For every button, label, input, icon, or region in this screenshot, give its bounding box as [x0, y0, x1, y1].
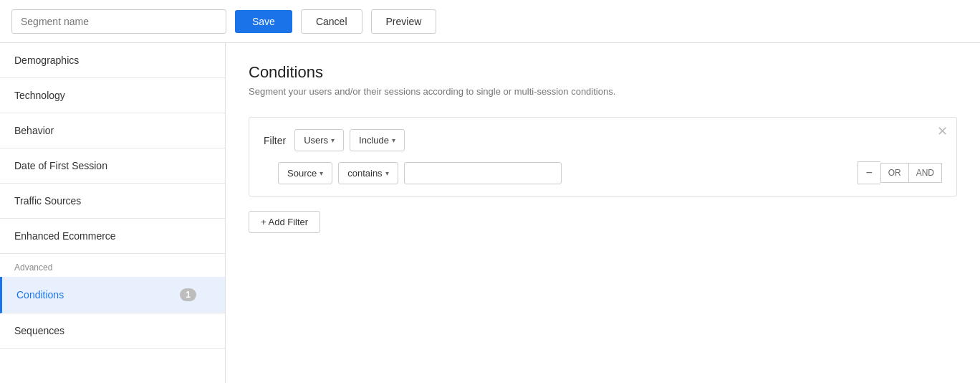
- filter-label: Filter: [264, 135, 286, 146]
- filter-action-buttons: − OR AND: [858, 161, 942, 184]
- contains-chevron-icon: ▾: [385, 169, 389, 177]
- close-filter-button[interactable]: ✕: [937, 125, 948, 138]
- remove-condition-button[interactable]: −: [858, 161, 880, 184]
- users-dropdown[interactable]: Users ▾: [294, 129, 344, 151]
- sidebar-item-sequences[interactable]: Sequences: [0, 313, 225, 349]
- add-filter-button[interactable]: + Add Filter: [249, 211, 320, 233]
- users-chevron-icon: ▾: [331, 136, 335, 144]
- filter-value-input[interactable]: email: [404, 162, 562, 184]
- source-chevron-icon: ▾: [320, 169, 323, 177]
- sidebar-item-traffic-sources[interactable]: Traffic Sources: [0, 184, 225, 219]
- main-content: Conditions Segment your users and/or the…: [226, 43, 980, 383]
- filter-box: ✕ Filter Users ▾ Include ▾ Source ▾: [249, 117, 957, 197]
- advanced-section-label: Advanced: [0, 254, 225, 277]
- filter-condition-row: Source ▾ contains ▾ email − OR AND: [264, 161, 942, 184]
- sidebar-item-date-of-first-session[interactable]: Date of First Session: [0, 148, 225, 184]
- include-chevron-icon: ▾: [392, 136, 395, 144]
- filter-header-row: Filter Users ▾ Include ▾: [264, 129, 942, 151]
- or-button[interactable]: OR: [880, 163, 908, 183]
- include-dropdown[interactable]: Include ▾: [350, 129, 405, 151]
- cancel-button[interactable]: Cancel: [301, 9, 362, 34]
- contains-dropdown-label: contains: [347, 168, 382, 179]
- source-dropdown[interactable]: Source ▾: [278, 162, 332, 184]
- users-dropdown-label: Users: [304, 135, 328, 146]
- top-bar: Users_Email Save Cancel Preview: [0, 0, 980, 43]
- conditions-badge: 1: [180, 288, 196, 301]
- sidebar-item-technology[interactable]: Technology: [0, 78, 225, 113]
- and-button[interactable]: AND: [908, 163, 942, 183]
- save-button[interactable]: Save: [235, 10, 292, 33]
- sidebar-item-enhanced-ecommerce[interactable]: Enhanced Ecommerce: [0, 219, 225, 254]
- sidebar: Demographics Technology Behavior Date of…: [0, 43, 226, 383]
- main-layout: Demographics Technology Behavior Date of…: [0, 43, 980, 383]
- page-title: Conditions: [249, 63, 957, 82]
- sidebar-item-behavior[interactable]: Behavior: [0, 113, 225, 148]
- page-subtitle: Segment your users and/or their sessions…: [249, 86, 957, 97]
- preview-button[interactable]: Preview: [371, 9, 437, 34]
- sidebar-item-demographics[interactable]: Demographics: [0, 43, 225, 78]
- sidebar-item-conditions[interactable]: Conditions 1: [0, 277, 225, 313]
- contains-dropdown[interactable]: contains ▾: [338, 162, 398, 184]
- source-dropdown-label: Source: [287, 168, 317, 179]
- include-dropdown-label: Include: [359, 135, 389, 146]
- segment-name-input[interactable]: Users_Email: [11, 9, 226, 34]
